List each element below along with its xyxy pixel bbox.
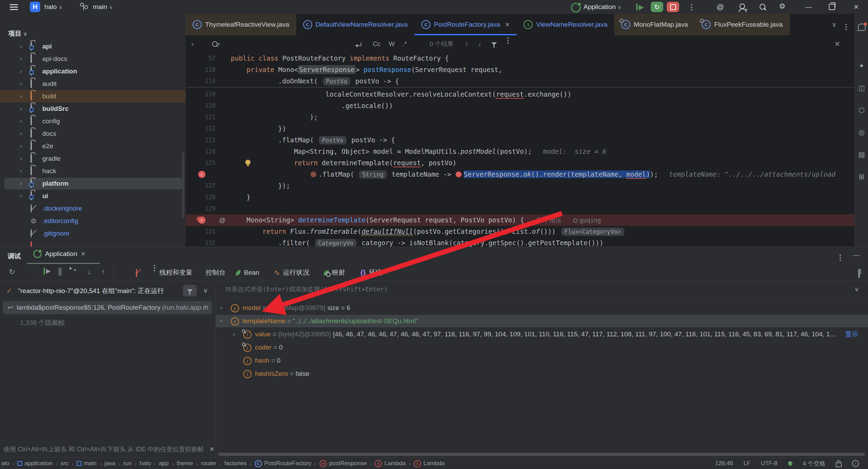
editor-tab[interactable]: CDefaultViewNameResolver.java [296,14,415,35]
variable-row-templateName[interactable]: ›ptemplateName = "../../../attachments/u… [216,315,868,327]
chevron-right-icon[interactable]: › [20,80,22,87]
chevron-right-icon[interactable]: › [20,55,22,62]
breakpoint-icon[interactable]: ✓ [198,171,205,178]
chevron-right-icon[interactable]: › [20,168,22,175]
watch-chevron-icon[interactable]: ∨ [854,281,859,298]
breadcrumb-item[interactable]: src [61,460,69,467]
variable-row-model[interactable]: ›pmodel = {HashMap@39879} size = 6 [216,302,868,314]
find-history-chevron-icon[interactable]: ▾ [218,35,220,53]
tree-item-api[interactable]: ›api [0,40,186,53]
debug-tab-映射[interactable]: 映射 [324,264,345,281]
tree-item-ui[interactable]: ›ui [0,190,186,202]
chevron-right-icon[interactable]: › [20,93,22,100]
breadcrumb-item[interactable]: λLambda [414,460,445,467]
gradle-icon[interactable]: ⬡ [855,106,868,114]
main-menu-icon[interactable] [10,4,18,5]
breadcrumb-item[interactable]: alo [1,460,9,467]
editor-tab[interactable]: CMonoFlatMap.java [614,14,695,35]
variables-h-scrollbar[interactable] [218,453,865,456]
add-user-icon[interactable] [739,3,745,9]
variable-row-hash[interactable]: fhash = 0 [216,354,868,367]
words-toggle[interactable]: W [389,35,395,53]
find-magnifier-icon[interactable] [212,41,218,47]
info-icon[interactable]: i [852,460,859,467]
indent-setting[interactable]: 4 个空格 [803,460,825,468]
database-icon[interactable]: ◫ [855,84,868,92]
session-close-icon[interactable]: ✕ [81,250,86,258]
thread-filter-button[interactable] [183,285,197,297]
resume-icon[interactable]: ▶ [44,268,51,275]
code-editor[interactable]: 57public class PostRouteFactory implemen… [186,53,854,247]
hide-panel-icon[interactable]: — [853,251,860,259]
breadcrumb-item[interactable]: factories [224,460,246,467]
run-more-icon[interactable] [691,4,692,6]
debug-tab-线程和变量[interactable]: 线程和变量 [159,264,192,281]
chevron-down-icon[interactable]: › [216,320,228,322]
show-value-link[interactable]: 显示 [842,328,858,340]
tree-item-.gitignore[interactable]: .gitignore [0,227,186,240]
tree-item-platform[interactable]: ›platform [0,177,186,190]
tree-item-hack[interactable]: ›hack [0,165,186,177]
editor-tab[interactable]: IViewNameResolver.java [517,14,614,35]
breadcrumb-item[interactable]: λLambda [375,460,405,467]
build-icon[interactable]: ▤ [855,150,868,159]
variable-row-hashIsZero[interactable]: fhashIsZero = false [216,368,868,380]
inline-breakpoint-icon[interactable] [456,171,462,177]
tree-item-buildSrc[interactable]: ›buildSrc [0,103,186,115]
tree-item-api-docs[interactable]: ›api-docs [0,53,186,65]
breadcrumb-item[interactable]: mpostResponse [319,460,367,467]
ai-assistant-icon[interactable]: @ [717,3,724,11]
run-config-selector[interactable]: Application ∨ [584,0,621,14]
watch-input[interactable]: 对表达式求值(Enter)或添加监视(Ctrl+Shift+Enter) ∨ [216,281,868,298]
tree-item-partial[interactable] [0,240,186,247]
variable-row-coder[interactable]: fcoder = 0 [216,341,868,354]
tree-item-e2e[interactable]: ›e2e [0,140,186,152]
tree-item-gradle[interactable]: ›gradle [0,152,186,165]
find-close-icon[interactable]: ✕ [834,35,840,53]
hint-close-icon[interactable]: ✕ [209,446,214,453]
tree-scrollbar[interactable] [182,152,184,218]
find-more-icon[interactable] [507,37,509,39]
layout-settings-icon[interactable] [858,269,860,278]
debug-button[interactable]: ▶ [636,3,644,10]
web-icon[interactable]: ◎ [855,128,868,136]
debug-tab-Bean[interactable]: Bean [236,264,259,281]
stop-button[interactable] [667,2,679,12]
project-widget[interactable]: halo ∨ [44,0,62,14]
breadcrumb-item[interactable]: application [17,460,53,467]
breadcrumb-item[interactable]: java [105,460,115,467]
tree-item-application[interactable]: ›application [0,65,186,78]
chevron-right-icon[interactable]: › [220,302,222,314]
line-ending[interactable]: LF [744,460,751,467]
breadcrumb-item[interactable]: CPostRouteFactory [255,460,312,467]
hidden-frames-label[interactable]: 1,338 个隐藏帧 [20,317,65,328]
chevron-right-icon[interactable]: › [20,118,22,125]
thread-chevron-icon[interactable]: ∨ [203,286,208,294]
pause-icon[interactable] [58,268,62,276]
project-panel-header[interactable]: 项目 ∨ [8,29,27,38]
tab-options-icon[interactable] [845,24,847,25]
regex-toggle[interactable]: .* [403,35,407,53]
lock-icon[interactable] [836,462,842,467]
rerun-icon[interactable]: ↻ [9,268,15,276]
tab-close-icon[interactable]: ✕ [505,21,510,28]
debug-tab-控制台[interactable]: 控制台 [206,264,226,281]
tree-item-.editorconfig[interactable]: ⚙.editorconfig [0,215,186,227]
settings-gear-icon[interactable]: ⚙ [779,2,786,10]
caret-position[interactable]: 126:46 [715,460,733,467]
chevron-right-icon[interactable]: › [20,155,22,162]
chevron-right-icon[interactable]: › [20,43,22,50]
tree-item-audit[interactable]: ›audit [0,78,186,90]
breadcrumb-item[interactable]: run [123,460,132,467]
breadcrumb-item[interactable]: theme [177,460,193,467]
match-case-toggle[interactable]: Cc [373,35,380,53]
sticky-expand-icon[interactable]: › [191,35,193,53]
tree-item-build[interactable]: ›build [0,90,186,103]
breadcrumb-item[interactable]: app [159,460,168,467]
chevron-right-icon[interactable]: › [20,193,22,200]
debug-session-tab[interactable]: Application ✕ [33,250,86,258]
inline-breakpoint-icon[interactable] [310,171,316,177]
chevron-right-icon[interactable]: › [233,328,235,340]
step-into-icon[interactable]: ↓ [87,268,91,276]
notifications-icon[interactable] [855,24,868,32]
